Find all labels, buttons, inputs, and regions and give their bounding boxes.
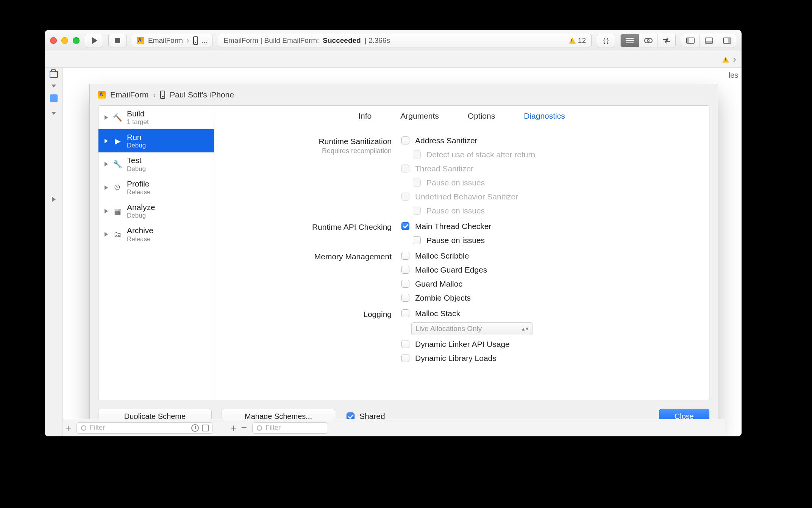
checkbox-icon[interactable] xyxy=(401,222,409,230)
action-title: Analyze xyxy=(127,203,155,212)
action-subtitle: Debug xyxy=(127,212,155,220)
debug-filter-field[interactable]: Filter xyxy=(252,422,328,434)
action-profile[interactable]: ⏲ ProfileRelease xyxy=(98,176,214,199)
device-label: ... xyxy=(202,36,208,45)
checkbox-pause-thread: Pause on issues xyxy=(400,177,698,188)
checkbox-icon xyxy=(413,179,421,187)
toggle-utilities-button[interactable] xyxy=(718,34,736,47)
code-snippets-button[interactable]: { } xyxy=(597,34,615,47)
lines-icon xyxy=(626,38,634,44)
device-iphone-icon xyxy=(160,91,165,99)
toggle-navigator-button[interactable] xyxy=(681,34,700,47)
checkbox-icon[interactable] xyxy=(401,340,409,348)
device-name: Paul Solt's iPhone xyxy=(170,90,234,99)
action-title: Test xyxy=(127,156,146,165)
close-window-icon[interactable] xyxy=(50,37,57,44)
checkbox-guard-malloc[interactable]: Guard Malloc xyxy=(400,279,698,289)
minimize-window-icon[interactable] xyxy=(61,37,68,44)
select-live-allocations-field[interactable]: Live Allocations Only▲▼ xyxy=(411,322,532,335)
warning-indicator[interactable]: 12 xyxy=(569,36,586,45)
remove-button[interactable]: − xyxy=(239,422,249,434)
disclosure-icon xyxy=(105,209,108,213)
trailing-label: les xyxy=(729,71,739,80)
stop-button[interactable] xyxy=(108,34,126,47)
utilities-area: les xyxy=(725,68,742,436)
disclosure-icon xyxy=(105,162,108,166)
checkbox-icon[interactable] xyxy=(401,266,409,274)
disclosure-icon xyxy=(105,139,108,143)
checkbox-ub-sanitizer: Undefined Behavior Sanitizer xyxy=(400,191,698,202)
svg-rect-3 xyxy=(687,38,689,43)
action-title: Run xyxy=(127,133,146,142)
checkbox-icon[interactable] xyxy=(401,280,409,288)
checkbox-icon[interactable] xyxy=(401,294,409,302)
checkbox-icon[interactable] xyxy=(401,309,409,317)
checkbox-icon[interactable] xyxy=(401,354,409,362)
scheme-selector[interactable]: EmailForm › ... xyxy=(132,34,212,47)
clock-icon[interactable] xyxy=(191,424,199,432)
activity-viewer[interactable]: EmailForm | Build EmailForm: Succeeded |… xyxy=(218,34,592,47)
checkbox-dynamic-linker[interactable]: Dynamic Linker API Usage xyxy=(400,339,698,349)
disclosure-icon[interactable] xyxy=(52,112,56,115)
chevron-right-icon: › xyxy=(187,36,189,45)
selected-file-icon[interactable] xyxy=(50,94,58,102)
scope-icon[interactable] xyxy=(202,425,209,431)
checkbox-malloc-scribble[interactable]: Malloc Scribble xyxy=(400,251,698,261)
action-test[interactable]: 🔧 TestDebug xyxy=(98,152,214,176)
play-icon[interactable] xyxy=(52,197,56,202)
version-editor-button[interactable] xyxy=(657,34,675,47)
svg-point-1 xyxy=(648,38,652,43)
tab-options[interactable]: Options xyxy=(468,111,495,121)
assistant-editor-button[interactable] xyxy=(639,34,657,47)
section-memory: Memory Management Malloc Scribble Malloc… xyxy=(226,251,698,303)
tab-arguments[interactable]: Arguments xyxy=(400,111,439,121)
action-archive[interactable]: 🗂 ArchiveRelease xyxy=(98,223,214,246)
archive-icon: 🗂 xyxy=(112,229,122,239)
zoom-window-icon[interactable] xyxy=(73,37,80,44)
checkbox-icon xyxy=(401,165,409,172)
warning-icon xyxy=(722,56,729,63)
add-button[interactable]: ＋ xyxy=(228,421,239,434)
toggle-debug-button[interactable] xyxy=(700,34,718,47)
scheme-name: EmailForm xyxy=(110,90,149,99)
hammer-icon: 🔨 xyxy=(112,113,122,122)
warning-count: 12 xyxy=(578,36,586,45)
checkbox-icon[interactable] xyxy=(401,136,409,144)
circles-icon xyxy=(644,37,653,44)
scheme-editor-sheet: EmailForm › Paul Solt's iPhone 🔨 Build1 … xyxy=(89,84,718,433)
action-subtitle: Debug xyxy=(127,142,146,149)
navigator-filter-field[interactable]: Filter xyxy=(77,422,213,434)
diagnostics-form: Runtime Sanitization Requires recompilat… xyxy=(214,126,709,400)
disclosure-icon xyxy=(105,115,108,120)
checkbox-main-thread-checker[interactable]: Main Thread Checker xyxy=(400,221,698,231)
checkbox-malloc-stack[interactable]: Malloc Stack xyxy=(400,308,698,318)
checkbox-pause-mtc[interactable]: Pause on issues xyxy=(400,235,698,245)
project-navigator-icon[interactable] xyxy=(50,71,58,78)
disclosure-icon[interactable] xyxy=(52,85,56,88)
checkbox-malloc-guard[interactable]: Malloc Guard Edges xyxy=(400,265,698,275)
standard-editor-button[interactable] xyxy=(621,34,639,47)
scheme-actions-list: 🔨 Build1 target ▶ RunDebug 🔧 TestDebug xyxy=(98,106,214,400)
checkbox-zombie[interactable]: Zombie Objects xyxy=(400,293,698,303)
chevron-right-icon: › xyxy=(153,91,156,99)
checkbox-icon[interactable] xyxy=(401,252,409,260)
app-icon xyxy=(137,37,144,44)
select-live-allocations: Live Allocations Only▲▼ xyxy=(400,322,698,335)
tab-info[interactable]: Info xyxy=(358,111,372,121)
tab-diagnostics[interactable]: Diagnostics xyxy=(524,111,565,121)
action-analyze[interactable]: ▦ AnalyzeDebug xyxy=(98,199,214,223)
run-button[interactable] xyxy=(85,34,103,47)
action-run[interactable]: ▶ RunDebug xyxy=(98,129,214,153)
checkbox-dynamic-library[interactable]: Dynamic Library Loads xyxy=(400,353,698,363)
scheme-breadcrumb[interactable]: EmailForm › Paul Solt's iPhone xyxy=(90,84,718,105)
checkbox-detect-stack: Detect use of stack after return xyxy=(400,149,698,160)
play-icon: ▶ xyxy=(112,136,122,146)
chevron-right-icon[interactable]: › xyxy=(733,53,736,65)
checkbox-address-sanitizer[interactable]: Address Sanitizer xyxy=(400,135,698,146)
section-runtime-api: Runtime API Checking Main Thread Checker… xyxy=(226,221,698,245)
checkbox-icon[interactable] xyxy=(413,236,421,244)
app-icon xyxy=(98,91,106,99)
action-build[interactable]: 🔨 Build1 target xyxy=(98,106,214,129)
editor-area: EmailForm › Paul Solt's iPhone 🔨 Build1 … xyxy=(63,68,725,436)
add-button[interactable]: ＋ xyxy=(63,421,73,434)
